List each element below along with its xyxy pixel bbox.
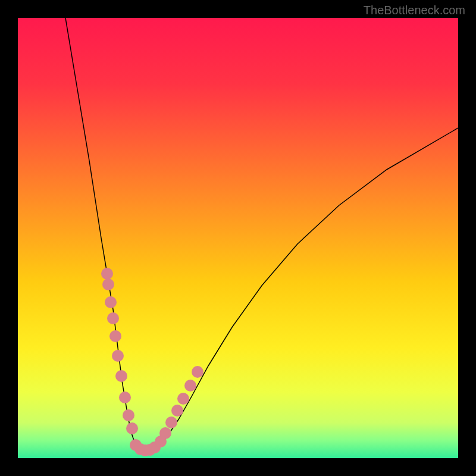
data-point xyxy=(177,393,189,405)
data-points-group xyxy=(101,268,203,456)
data-point xyxy=(119,392,131,403)
data-point xyxy=(184,380,196,392)
data-point xyxy=(192,366,203,378)
data-point xyxy=(112,350,124,362)
data-point xyxy=(171,405,183,416)
data-point xyxy=(126,422,138,434)
chart-plot-area xyxy=(18,18,458,458)
data-point xyxy=(102,278,114,290)
data-point xyxy=(107,312,119,324)
data-point xyxy=(105,296,117,308)
bottleneck-curve xyxy=(65,18,458,450)
data-point xyxy=(115,370,127,382)
watermark-text: TheBottleneck.com xyxy=(364,4,465,17)
curve-overlay xyxy=(18,18,458,458)
data-point xyxy=(165,416,177,428)
data-point xyxy=(159,427,171,439)
data-point xyxy=(123,409,134,421)
data-point xyxy=(101,268,113,280)
data-point xyxy=(109,330,121,342)
